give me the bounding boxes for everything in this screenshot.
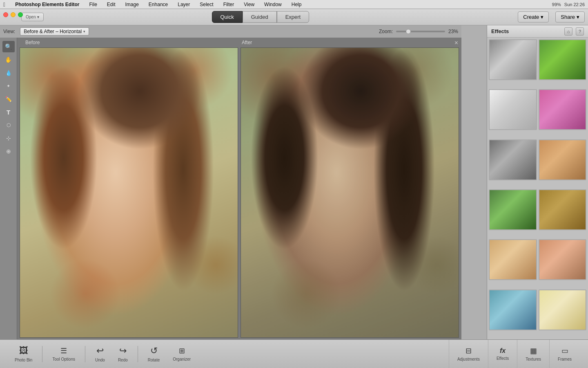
menu-edit[interactable]: Edit: [105, 1, 117, 8]
menubar-right: 99% Sun 22:26: [552, 2, 585, 7]
effects-panel: Effects ⌂ ?: [487, 25, 588, 339]
effects-header: Effects ⌂ ?: [487, 25, 588, 38]
effect-thumb-6[interactable]: [539, 139, 587, 180]
effect-thumb-10[interactable]: [539, 239, 587, 280]
text-icon: T: [7, 109, 10, 116]
tab-expert[interactable]: Expert: [277, 11, 310, 23]
adjustments-icon: ⊟: [466, 346, 472, 355]
effects-header-icons: ⌂ ?: [564, 27, 584, 36]
photo-bin-label: Photo Bin: [15, 358, 32, 362]
before-label: Before: [23, 40, 239, 45]
redo-button[interactable]: ↪ Redo: [111, 343, 134, 365]
after-panel: [241, 47, 459, 338]
crop-tool[interactable]: ⊹: [2, 132, 15, 144]
open-label: Open: [26, 15, 36, 19]
effect-thumb-1[interactable]: [489, 39, 537, 80]
textures-label: Textures: [526, 357, 541, 361]
menu-help[interactable]: Help: [290, 1, 303, 8]
zoom-tool[interactable]: 🔍: [2, 41, 15, 52]
after-image: [241, 48, 459, 337]
effect-thumb-4[interactable]: [539, 89, 587, 130]
rotate-label: Rotate: [148, 358, 160, 362]
battery-indicator: 99%: [552, 2, 561, 7]
create-share-area: Create ▾ Share ▾: [518, 11, 585, 22]
minimize-button[interactable]: [11, 12, 16, 17]
zoom-thumb[interactable]: [406, 29, 411, 34]
brush-tool[interactable]: ✏️: [2, 93, 15, 105]
menu-window[interactable]: Window: [263, 1, 283, 8]
organizer-label: Organizer: [173, 357, 191, 361]
effects-title: Effects: [491, 28, 509, 34]
hand-tool[interactable]: ✋: [2, 54, 15, 65]
quickselect-icon: ✦: [7, 83, 10, 89]
menu-image[interactable]: Image: [124, 1, 140, 8]
effect-thumb-2[interactable]: [539, 39, 587, 80]
view-dropdown[interactable]: Before & After – Horizontal ▾: [20, 27, 89, 36]
effect-thumb-5[interactable]: [489, 139, 537, 180]
effects-tab-label: Effects: [497, 356, 509, 361]
adjustments-label: Adjustments: [457, 357, 480, 361]
separator-2: [85, 346, 85, 362]
frames-tab[interactable]: ▭ Frames: [549, 340, 580, 368]
close-button[interactable]: [3, 12, 8, 17]
textures-tab[interactable]: ▦ Textures: [517, 340, 549, 368]
quickselect-tool[interactable]: ✦: [2, 80, 15, 92]
effects-tab[interactable]: fx Effects: [488, 340, 517, 368]
tool-options-button[interactable]: ☰ Tool Options: [46, 344, 82, 364]
effects-home-icon[interactable]: ⌂: [564, 27, 572, 36]
smartbrush-tool[interactable]: ⬡: [2, 119, 15, 131]
effect-thumb-9[interactable]: [489, 239, 537, 280]
effect-preview-6: [539, 140, 586, 180]
create-button[interactable]: Create ▾: [518, 11, 549, 22]
smartbrush-icon: ⬡: [7, 122, 11, 128]
undo-icon: ↩: [96, 346, 104, 356]
effect-preview-4: [539, 90, 586, 129]
undo-button[interactable]: ↩ Undo: [89, 343, 111, 365]
bottom-bar: 🖼 Photo Bin ☰ Tool Options ↩ Undo ↪ Redo…: [0, 339, 588, 368]
view-dropdown-value: Before & After – Horizontal: [24, 29, 82, 34]
zoom-label: Zoom:: [379, 29, 393, 34]
zoom-slider[interactable]: [396, 31, 445, 32]
move-tool[interactable]: ⊕: [2, 146, 15, 157]
menu-app-name[interactable]: Photoshop Elements Editor: [13, 1, 81, 8]
toolbox: 🔍 ✋ 💧 ✦ ✏️ T ⬡ ⊹ ⊕: [0, 38, 17, 339]
main-toolbar: Open ▾ Quick Guided Expert Create ▾ Shar…: [0, 9, 588, 25]
photo-bin-button[interactable]: 🖼 Photo Bin: [8, 343, 39, 365]
adjustments-tab[interactable]: ⊟ Adjustments: [449, 340, 488, 368]
effect-thumb-12[interactable]: [539, 289, 587, 330]
brush-icon: ✏️: [5, 96, 12, 102]
effect-thumb-11[interactable]: [489, 289, 537, 330]
menu-filter[interactable]: Filter: [222, 1, 236, 8]
before-image: [20, 48, 238, 337]
effect-thumb-8[interactable]: [539, 189, 587, 230]
share-label: Share: [561, 14, 575, 20]
menu-enhance[interactable]: Enhance: [147, 1, 169, 8]
view-bar: View: Before & After – Horizontal ▾ Zoom…: [0, 25, 461, 38]
effects-help-icon[interactable]: ?: [576, 27, 584, 36]
open-button[interactable]: Open ▾: [21, 13, 44, 21]
rotate-button[interactable]: ↺ Rotate: [141, 343, 166, 365]
menu-layer[interactable]: Layer: [176, 1, 192, 8]
menu-file[interactable]: File: [87, 1, 98, 8]
clock: Sun 22:26: [564, 2, 585, 7]
effect-thumb-3[interactable]: [489, 89, 537, 130]
effect-preview-9: [490, 240, 536, 279]
tool-options-label: Tool Options: [52, 357, 75, 361]
organizer-icon: ⊞: [179, 346, 185, 355]
tab-guided[interactable]: Guided: [243, 11, 277, 23]
menu-bar:  Photoshop Elements Editor File Edit Im…: [0, 0, 588, 9]
close-panels-button[interactable]: ×: [454, 39, 458, 47]
menu-view[interactable]: View: [242, 1, 256, 8]
effect-thumb-7[interactable]: [489, 189, 537, 230]
apple-logo[interactable]: : [3, 1, 5, 8]
eyedropper-icon: 💧: [5, 70, 12, 76]
organizer-button[interactable]: ⊞ Organizer: [166, 344, 197, 364]
text-tool[interactable]: T: [2, 106, 15, 118]
menu-select[interactable]: Select: [198, 1, 215, 8]
maximize-button[interactable]: [18, 12, 23, 17]
redo-icon: ↪: [119, 346, 127, 356]
eyedropper-tool[interactable]: 💧: [2, 67, 15, 79]
share-button[interactable]: Share ▾: [555, 11, 585, 22]
tab-quick[interactable]: Quick: [212, 11, 243, 23]
hand-tool-icon: ✋: [5, 56, 12, 63]
